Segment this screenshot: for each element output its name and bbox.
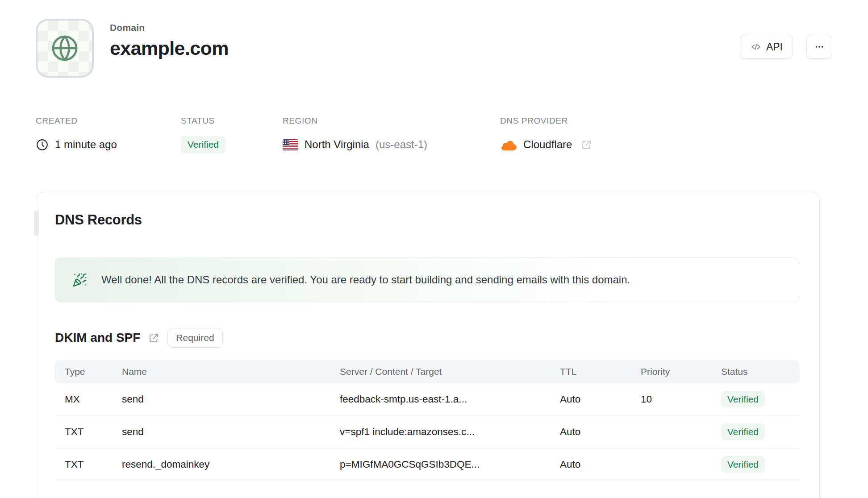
table-row[interactable]: TXT send v=spf1 include:amazonses.c... A… [55, 416, 800, 448]
party-popper-icon [72, 273, 87, 287]
verified-banner: Well done! All the DNS records are verif… [55, 257, 799, 302]
record-content: v=spf1 include:amazonses.c... [340, 426, 560, 438]
record-type: MX [65, 394, 122, 405]
col-ttl: TTL [560, 366, 641, 377]
title-block: Domain example.com [110, 19, 229, 59]
col-priority: Priority [641, 366, 721, 377]
col-status: Status [721, 366, 790, 377]
record-name: send [122, 394, 340, 405]
record-status-badge: Verified [721, 423, 765, 440]
record-status-badge: Verified [721, 391, 765, 407]
region-label: REGION [283, 116, 500, 126]
clock-icon [36, 138, 49, 151]
code-icon [750, 41, 762, 53]
dkim-spf-section-head: DKIM and SPF Required [55, 328, 799, 348]
record-content: feedback-smtp.us-east-1.a... [340, 394, 560, 405]
dns-records-card: DNS Records Well done! All the DNS recor… [36, 192, 820, 498]
meta-status: STATUS Verified [181, 116, 283, 154]
external-link-icon[interactable] [581, 139, 592, 150]
dkim-spf-title: DKIM and SPF [55, 331, 140, 345]
table-header-row: Type Name Server / Content / Target TTL … [55, 360, 800, 383]
status-label: STATUS [181, 116, 283, 126]
dns-records-table: Type Name Server / Content / Target TTL … [55, 360, 800, 481]
record-status-badge: Verified [721, 456, 765, 473]
record-content: p=MIGfMA0GCSqGSIb3DQE... [340, 459, 560, 470]
domain-avatar [36, 19, 94, 78]
domain-detail-page: Domain example.com API CREATED [0, 0, 868, 498]
record-name: resend._domainkey [122, 459, 340, 470]
created-label: CREATED [36, 116, 181, 126]
record-priority: 10 [641, 394, 721, 405]
globe-icon [50, 33, 80, 63]
external-link-icon[interactable] [148, 332, 159, 344]
dns-provider-label: DNS PROVIDER [500, 116, 592, 126]
col-content: Server / Content / Target [340, 366, 560, 377]
section-indicator-pill [34, 210, 39, 236]
page-title: example.com [110, 37, 229, 59]
page-header: Domain example.com API [36, 19, 832, 78]
record-type: TXT [65, 426, 122, 438]
ellipsis-icon [814, 41, 825, 53]
more-options-button[interactable] [806, 35, 832, 59]
table-row[interactable]: MX send feedback-smtp.us-east-1.a... Aut… [55, 383, 800, 416]
record-name: send [122, 426, 340, 438]
meta-region: REGION North Virginia (us-east-1) [283, 116, 500, 154]
dns-provider-value: Cloudflare [523, 138, 572, 151]
header-actions: API [740, 19, 832, 59]
required-badge: Required [167, 328, 222, 348]
dns-records-title: DNS Records [55, 212, 799, 228]
table-row[interactable]: TXT resend._domainkey p=MIGfMA0GCSqGSIb3… [55, 448, 800, 481]
domain-meta-row: CREATED 1 minute ago STATUS Verified REG… [36, 116, 832, 154]
status-badge: Verified [181, 136, 225, 154]
record-ttl: Auto [560, 459, 641, 470]
record-ttl: Auto [560, 426, 641, 438]
record-type: TXT [65, 459, 122, 470]
col-type: Type [65, 366, 122, 377]
banner-text: Well done! All the DNS records are verif… [101, 274, 630, 286]
page-eyebrow: Domain [110, 22, 229, 33]
meta-dns-provider: DNS PROVIDER Cloudflare [500, 116, 592, 154]
api-button-label: API [766, 41, 783, 53]
cloudflare-icon [500, 139, 517, 150]
col-name: Name [122, 366, 340, 377]
meta-created: CREATED 1 minute ago [36, 116, 181, 154]
record-ttl: Auto [560, 394, 641, 405]
api-button[interactable]: API [740, 35, 793, 59]
region-code: (us-east-1) [376, 138, 427, 151]
region-value: North Virginia [305, 138, 369, 151]
us-flag-icon [283, 139, 298, 150]
created-value: 1 minute ago [55, 138, 117, 151]
